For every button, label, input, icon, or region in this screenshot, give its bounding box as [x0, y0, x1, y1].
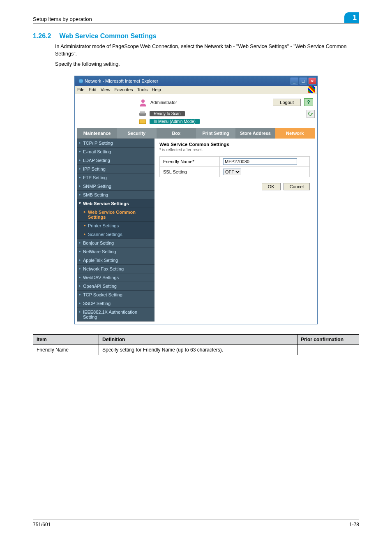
sidebar-item-webdav[interactable]: WebDAV Settings [77, 273, 154, 282]
sidebar-item-openapi[interactable]: OpenAPI Setting [77, 282, 154, 290]
tab-box[interactable]: Box [157, 128, 196, 139]
def-row1-item: Friendly Name [33, 345, 99, 355]
sidebar-sub-common[interactable]: Web Service Common Settings [77, 208, 154, 221]
sidebar-item-email[interactable]: E-mail Setting [77, 147, 154, 156]
tab-security[interactable]: Security [117, 128, 156, 139]
footer-left: 751/601 [33, 522, 51, 527]
section-number: 1.26.2 [33, 32, 51, 40]
ssl-setting-select[interactable]: OFF [223, 169, 241, 175]
panel-title: Web Service Common Settings [159, 142, 310, 147]
sidebar-item-netfax[interactable]: Network Fax Setting [77, 264, 154, 273]
maximize-button[interactable]: □ [299, 77, 307, 85]
status-mode: In Menu (Admin Mode) [150, 119, 200, 124]
tab-bar: Maintenance Security Box Print Setting S… [77, 128, 315, 139]
sidebar-item-ftp[interactable]: FTP Setting [77, 173, 154, 182]
sidebar-item-tcpip[interactable]: TCP/IP Setting [77, 139, 154, 147]
sidebar-item-ipp[interactable]: IPP Setting [77, 164, 154, 173]
refresh-button[interactable] [307, 110, 315, 118]
friendly-name-input[interactable] [223, 158, 297, 165]
window-title: Network - Microsoft Internet Explorer [85, 79, 158, 83]
sidebar-item-ldap[interactable]: LDAP Setting [77, 156, 154, 164]
status-ready: Ready to Scan [150, 111, 185, 116]
logout-button[interactable]: Logout [273, 99, 301, 106]
sidebar-item-tcp-socket[interactable]: TCP Socket Setting [77, 290, 154, 299]
panel-note: * is reflected after reset. [159, 148, 310, 152]
svg-rect-4 [139, 120, 146, 124]
definition-table: Item Definition Prior confirmation Frien… [33, 334, 359, 355]
def-row1-definition: Specify setting for Friendly Name (up to… [99, 345, 297, 355]
menu-favorites[interactable]: Favorites [114, 87, 133, 92]
ssl-setting-label: SSL Setting [160, 166, 220, 177]
tab-maintenance[interactable]: Maintenance [77, 128, 117, 139]
def-header-item: Item [33, 334, 99, 345]
section-para-2: Specify the following setting. [55, 61, 359, 68]
sidebar-item-appletalk[interactable]: AppleTalk Setting [77, 256, 154, 264]
sidebar-sub-printer[interactable]: Printer Settings [77, 221, 154, 230]
menu-edit[interactable]: Edit [89, 87, 97, 92]
cancel-button[interactable]: Cancel [284, 183, 310, 190]
sidebar-item-web-service[interactable]: Web Service Settings [77, 199, 154, 208]
admin-user-icon [139, 98, 147, 106]
def-row1-prior [297, 345, 359, 355]
sidebar-sub-scanner[interactable]: Scanner Settings [77, 230, 154, 238]
section-title: Web Service Common Settings [59, 32, 156, 40]
ie-icon [77, 78, 85, 84]
ie-flag-icon [308, 86, 315, 93]
sidebar-item-bonjour[interactable]: Bonjour Setting [77, 238, 154, 247]
help-button[interactable]: ? [304, 98, 313, 106]
sidebar-item-snmp[interactable]: SNMP Setting [77, 182, 154, 190]
minimize-button[interactable]: _ [290, 77, 298, 85]
svg-point-1 [141, 99, 145, 103]
section-para-1: In Administrator mode of PageScope Web C… [55, 43, 359, 58]
sidebar-item-smb[interactable]: SMB Setting [77, 190, 154, 199]
tab-store-address[interactable]: Store Address [235, 128, 275, 139]
menu-view[interactable]: View [101, 87, 111, 92]
tab-print-setting[interactable]: Print Setting [196, 128, 235, 139]
scanner-status-icon [139, 111, 146, 117]
sidebar-item-ssdp[interactable]: SSDP Setting [77, 299, 154, 308]
def-header-prior: Prior confirmation [297, 334, 359, 345]
sidebar-item-netware[interactable]: NetWare Setting [77, 247, 154, 256]
svg-rect-3 [140, 111, 145, 113]
menu-file[interactable]: File [77, 87, 85, 92]
menu-help[interactable]: Help [152, 87, 161, 92]
close-button[interactable]: × [308, 77, 316, 85]
main-panel: Web Service Common Settings * is reflect… [154, 139, 315, 321]
breadcrumb: Setup items by operation [33, 16, 344, 22]
mode-status-icon [139, 119, 146, 125]
chapter-badge: 1 [344, 12, 359, 23]
menu-bar: File Edit View Favorites Tools Help [75, 86, 317, 94]
footer-right: 1-78 [349, 522, 359, 527]
admin-label: Administrator [150, 100, 177, 105]
friendly-name-label: Friendly Name* [160, 156, 220, 166]
screenshot-window: Network - Microsoft Internet Explorer _ … [74, 76, 318, 324]
tab-network[interactable]: Network [275, 128, 315, 139]
ok-button[interactable]: OK [262, 183, 281, 190]
sidebar-item-ieee8021x[interactable]: IEEE802.1X Authentication Setting [77, 308, 154, 321]
sidebar: TCP/IP Setting E-mail Setting LDAP Setti… [77, 139, 154, 321]
window-titlebar: Network - Microsoft Internet Explorer _ … [75, 76, 317, 86]
menu-tools[interactable]: Tools [137, 87, 148, 92]
def-header-definition: Definition [99, 334, 297, 345]
